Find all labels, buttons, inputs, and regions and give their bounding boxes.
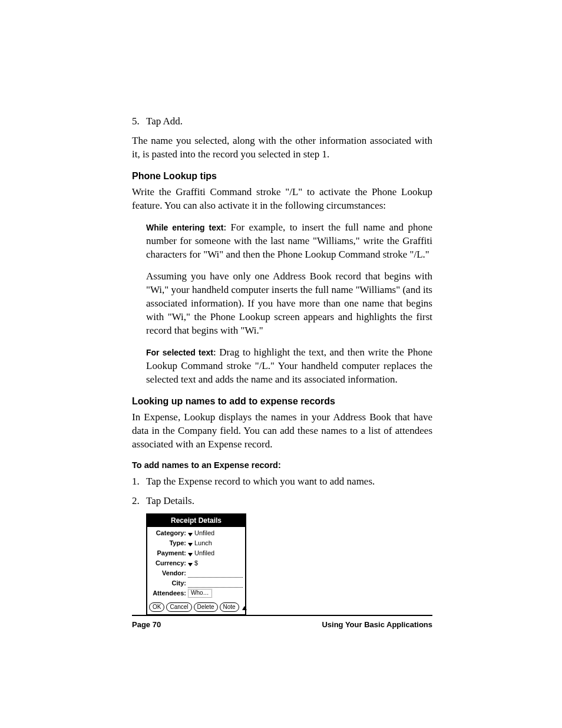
field-label: City: xyxy=(150,579,188,588)
dialog-title: Receipt Details xyxy=(147,515,245,526)
field-row-type: Type: Lunch xyxy=(150,539,243,548)
receipt-details-dialog: Receipt Details Category: Unfiled Type: … xyxy=(146,513,246,615)
list-number: 5. xyxy=(132,115,146,129)
field-label: Attendees: xyxy=(150,589,188,598)
dropdown-icon[interactable] xyxy=(188,543,193,546)
list-number: 2. xyxy=(132,495,146,508)
paragraph: The name you selected, along with the ot… xyxy=(132,134,432,162)
field-row-vendor: Vendor: xyxy=(150,569,243,578)
field-label: Currency: xyxy=(150,559,188,568)
list-text: Tap Add. xyxy=(146,115,183,129)
paragraph: In Expense, Lookup displays the names in… xyxy=(132,411,432,452)
field-label: Category: xyxy=(150,529,188,538)
hint-arrow-icon xyxy=(242,606,247,610)
field-row-payment: Payment: Unfiled xyxy=(150,549,243,558)
page-footer: Page 70 Using Your Basic Applications xyxy=(132,620,432,629)
field-row-city: City: xyxy=(150,579,243,588)
field-value[interactable]: Lunch xyxy=(194,539,212,548)
field-value[interactable]: $ xyxy=(194,559,198,568)
field-label: Payment: xyxy=(150,549,188,558)
field-row-currency: Currency: $ xyxy=(150,559,243,568)
list-item: 2. Tap Details. xyxy=(132,495,432,508)
list-item: 1. Tap the Expense record to which you w… xyxy=(132,475,432,489)
tip-paragraph: While entering text: For example, to ins… xyxy=(146,221,432,262)
heading-to-add: To add names to an Expense record: xyxy=(132,460,432,472)
dropdown-icon[interactable] xyxy=(188,553,193,556)
page-number: Page 70 xyxy=(132,620,161,629)
ok-button[interactable]: OK xyxy=(149,602,164,612)
who-button[interactable]: Who… xyxy=(188,589,212,598)
tip-paragraph: For selected text: Drag to highlight the… xyxy=(146,346,432,387)
footer-rule xyxy=(132,615,432,616)
delete-button[interactable]: Delete xyxy=(194,602,218,612)
dialog-fields: Category: Unfiled Type: Lunch Payment: U… xyxy=(147,527,245,601)
field-label: Type: xyxy=(150,539,188,548)
tip-lead: For selected text xyxy=(146,348,213,357)
list-text: Tap Details. xyxy=(146,495,194,508)
list-text: Tap the Expense record to which you want… xyxy=(146,475,375,489)
field-value[interactable]: Unfiled xyxy=(194,549,214,558)
note-button[interactable]: Note xyxy=(220,602,239,612)
field-value[interactable]: Unfiled xyxy=(194,529,214,538)
dropdown-icon[interactable] xyxy=(188,563,193,566)
paragraph: Assuming you have only one Address Book … xyxy=(146,270,432,338)
dropdown-icon[interactable] xyxy=(188,533,193,536)
field-row-attendees: Attendees: Who… xyxy=(150,589,243,598)
city-input[interactable] xyxy=(188,581,243,588)
section-title: Using Your Basic Applications xyxy=(322,620,432,629)
list-item: 5. Tap Add. xyxy=(132,115,432,129)
vendor-input[interactable] xyxy=(188,571,243,578)
page: 5. Tap Add. The name you selected, along… xyxy=(0,0,562,728)
dialog-button-row: OK Cancel Delete Note xyxy=(147,601,245,614)
heading-phone-lookup-tips: Phone Lookup tips xyxy=(132,170,432,183)
field-label: Vendor: xyxy=(150,569,188,578)
heading-lookup-expense: Looking up names to add to expense recor… xyxy=(132,395,432,408)
body-column: 5. Tap Add. The name you selected, along… xyxy=(132,115,432,615)
paragraph: Write the Graffiti Command stroke "/L" t… xyxy=(132,186,432,213)
field-row-category: Category: Unfiled xyxy=(150,529,243,538)
tip-lead: While entering text xyxy=(146,223,223,232)
cancel-button[interactable]: Cancel xyxy=(166,602,191,612)
list-number: 1. xyxy=(132,475,146,489)
